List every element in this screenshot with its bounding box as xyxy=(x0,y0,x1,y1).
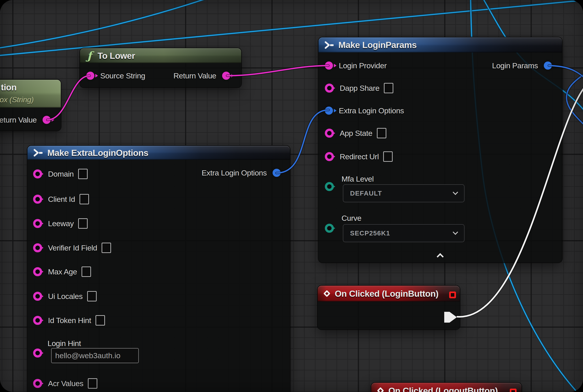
pin-label: Domain xyxy=(48,170,74,178)
mfa-level-value: DEFAULT xyxy=(350,190,382,197)
login-params-output-pin[interactable] xyxy=(544,62,552,70)
login-hint-input-pin[interactable] xyxy=(33,348,42,358)
node-make-extra-login-options[interactable]: Make ExtraLoginOptions Domain Client Id … xyxy=(28,146,290,392)
ui-locales-input-pin[interactable] xyxy=(33,292,42,301)
mfa-level-dropdown[interactable]: DEFAULT xyxy=(343,184,464,202)
node-title: On Clicked (LoginButton) xyxy=(335,289,438,298)
event-diamond-icon xyxy=(323,290,330,297)
id-token-hint-checkbox[interactable] xyxy=(96,315,105,326)
login-hint-textbox[interactable] xyxy=(51,348,139,363)
pin-label: Max Age xyxy=(48,268,77,276)
chevron-down-icon xyxy=(452,229,458,235)
node-title: Make LoginParams xyxy=(338,40,416,49)
redirect-url-checkbox[interactable] xyxy=(383,152,393,162)
node-to-lower[interactable]: ƒ To Lower Source String Return Value xyxy=(80,48,241,88)
pin-label: Verifier Id Field xyxy=(48,244,97,252)
function-icon: ƒ xyxy=(86,50,94,61)
delegate-output-pin[interactable] xyxy=(449,292,456,298)
pin-label: Source String xyxy=(100,72,145,80)
extra-login-options-output-pin[interactable] xyxy=(272,169,281,177)
mfa-level-label: Mfa Level xyxy=(342,174,374,184)
pin-label: Redirect Url xyxy=(340,153,379,160)
pin-label: Ui Locales xyxy=(48,292,83,300)
app-state-checkbox[interactable] xyxy=(377,128,386,138)
max-age-checkbox[interactable] xyxy=(82,266,91,277)
pin-label: Acr Values xyxy=(48,380,83,387)
mfa-level-input-pin[interactable] xyxy=(325,182,334,191)
blueprint-canvas[interactable]: tion ox (String) eturn Value ƒ To Lower … xyxy=(0,0,583,392)
make-struct-icon xyxy=(33,148,43,157)
pin-label: Leeway xyxy=(48,220,74,227)
id-token-hint-input-pin[interactable] xyxy=(33,316,42,325)
client-id-input-pin[interactable] xyxy=(33,195,42,204)
pin-label: eturn Value xyxy=(0,116,37,124)
curve-input-pin[interactable] xyxy=(325,224,334,233)
pin-label: Return Value xyxy=(174,72,216,80)
exec-output-pin[interactable] xyxy=(444,312,457,322)
pin-label: Extra Login Options xyxy=(202,169,267,177)
node-title: To Lower xyxy=(98,51,135,60)
acr-values-checkbox[interactable] xyxy=(88,378,97,388)
pin-label: Dapp Share xyxy=(340,84,379,92)
domain-checkbox[interactable] xyxy=(78,169,88,179)
pin-label: Id Token Hint xyxy=(48,316,91,324)
node-on-clicked-login-button[interactable]: On Clicked (LoginButton) xyxy=(318,286,460,329)
max-age-input-pin[interactable] xyxy=(33,267,42,276)
app-state-input-pin[interactable] xyxy=(325,129,334,138)
login-hint-label: Login Hint xyxy=(48,339,81,348)
node-subtitle-fragment: ox (String) xyxy=(0,95,34,104)
node-make-login-params[interactable]: Make LoginParams Login Provider Dapp Sha… xyxy=(318,38,562,262)
pin-label: Login Params xyxy=(492,62,538,70)
extra-login-options-input-pin[interactable] xyxy=(325,106,333,115)
wire-diagonal-1[interactable] xyxy=(0,0,212,48)
acr-values-input-pin[interactable] xyxy=(33,379,42,388)
node-title: On Clicked (LogoutButton) xyxy=(388,386,498,392)
return-value-output-pin[interactable] xyxy=(42,116,51,124)
node-get-text-partial[interactable]: tion ox (String) eturn Value xyxy=(0,80,61,131)
verifier-id-field-input-pin[interactable] xyxy=(33,243,42,252)
client-id-checkbox[interactable] xyxy=(80,194,89,204)
pin-label: Client Id xyxy=(48,195,75,203)
event-diamond-icon xyxy=(377,387,384,392)
pin-label: Login Provider xyxy=(339,62,386,70)
delegate-output-pin[interactable] xyxy=(510,388,516,392)
make-struct-icon xyxy=(324,40,334,50)
node-on-clicked-logout-button[interactable]: On Clicked (LogoutButton) xyxy=(371,383,522,392)
source-string-input-pin[interactable] xyxy=(86,72,94,80)
leeway-input-pin[interactable] xyxy=(33,219,42,228)
collapse-pins-chevron-icon[interactable] xyxy=(436,253,444,260)
pin-label: App State xyxy=(340,129,372,137)
node-title-fragment: tion xyxy=(1,83,34,92)
curve-dropdown[interactable]: SECP256K1 xyxy=(343,224,464,242)
curve-value: SECP256K1 xyxy=(350,230,390,237)
curve-label: Curve xyxy=(342,214,361,222)
verifier-id-field-checkbox[interactable] xyxy=(102,243,111,253)
domain-input-pin[interactable] xyxy=(33,170,42,178)
return-value-output-pin[interactable] xyxy=(222,72,230,80)
redirect-url-input-pin[interactable] xyxy=(325,152,334,161)
leeway-checkbox[interactable] xyxy=(78,218,88,229)
ui-locales-checkbox[interactable] xyxy=(87,291,97,302)
pin-label: Extra Login Options xyxy=(339,107,404,114)
node-title: Make ExtraLoginOptions xyxy=(47,148,148,157)
login-provider-input-pin[interactable] xyxy=(325,62,333,70)
dapp-share-checkbox[interactable] xyxy=(384,83,393,93)
chevron-down-icon xyxy=(452,190,458,195)
dapp-share-input-pin[interactable] xyxy=(325,84,334,92)
